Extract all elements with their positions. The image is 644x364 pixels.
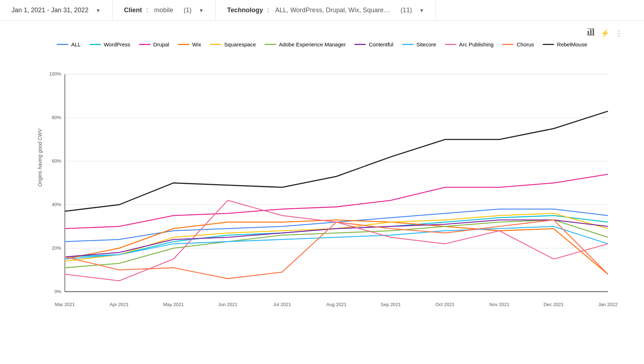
legend-label-arc-publishing: Arc Publishing [459, 41, 494, 47]
line-sitecore [65, 227, 608, 259]
client-chevron: ▼ [199, 8, 204, 13]
top-bar: Jan 1, 2021 - Jan 31, 2022 ▼ Client: mob… [0, 0, 644, 21]
legend-color-drupal [139, 44, 151, 45]
legend-label-chorus: Chorus [516, 41, 534, 47]
svg-text:60%: 60% [52, 158, 61, 164]
svg-rect-2 [593, 29, 594, 35]
line-wix [65, 220, 608, 274]
technology-filter[interactable]: Technology: ALL, WordPress, Drupal, Wix,… [216, 0, 436, 21]
technology-filter-label: Technology [227, 6, 263, 14]
legend: ALLWordPressDrupalWixSquarespaceAdobe Ex… [14, 41, 630, 47]
client-filter[interactable]: Client: mobile (1) ▼ [112, 0, 216, 21]
line-all [65, 209, 608, 242]
client-filter-label: Client [124, 6, 142, 14]
svg-text:Mar 2021: Mar 2021 [55, 302, 75, 307]
legend-item-squarespace: Squarespace [210, 41, 256, 47]
legend-color-sitecore [402, 44, 414, 45]
technology-filter-value: ALL, WordPress, Drupal, Wix, Square… [275, 6, 390, 14]
legend-label-rebelmouse: RebelMouse [557, 41, 587, 47]
legend-label-wordpress: WordPress [104, 41, 130, 47]
legend-color-contentful [354, 44, 366, 45]
svg-rect-0 [588, 31, 589, 35]
legend-color-squarespace [210, 44, 221, 45]
svg-text:80%: 80% [52, 115, 61, 120]
date-range-filter[interactable]: Jan 1, 2021 - Jan 31, 2022 ▼ [0, 0, 112, 21]
svg-rect-1 [590, 29, 592, 35]
svg-text:40%: 40% [52, 202, 61, 207]
legend-item-sitecore: Sitecore [402, 41, 436, 47]
legend-label-adobe-experience-manager: Adobe Experience Manager [279, 41, 346, 47]
svg-text:May 2021: May 2021 [163, 302, 184, 307]
svg-text:Oct 2021: Oct 2021 [436, 302, 455, 307]
legend-color-wordpress [89, 44, 101, 45]
more-options-icon[interactable]: ⋮ [615, 29, 622, 37]
svg-text:Apr 2021: Apr 2021 [110, 302, 129, 307]
legend-item-contentful: Contentful [354, 41, 393, 47]
technology-chevron: ▼ [419, 8, 424, 13]
legend-color-adobe-experience-manager [264, 44, 276, 45]
legend-label-contentful: Contentful [369, 41, 393, 47]
svg-text:Dec 2021: Dec 2021 [544, 302, 564, 307]
svg-text:Aug 2021: Aug 2021 [326, 302, 346, 307]
svg-text:0%: 0% [54, 289, 61, 294]
legend-item-wix: Wix [178, 41, 201, 47]
legend-color-wix [178, 44, 189, 45]
y-axis-title: Origins having good CWV [37, 129, 43, 187]
line-drupal [65, 174, 608, 228]
legend-label-all: ALL [71, 41, 81, 47]
legend-item-drupal: Drupal [139, 41, 169, 47]
svg-rect-3 [587, 35, 594, 36]
legend-item-arc-publishing: Arc Publishing [445, 41, 494, 47]
toolbar: ⚡ ⋮ [14, 28, 630, 38]
chart-type-icon[interactable] [587, 28, 595, 38]
chart-area: Origins having good CWV 100% 80% 60% 40%… [43, 56, 622, 311]
legend-color-rebelmouse [543, 44, 554, 45]
client-filter-count: (1) [184, 6, 192, 14]
client-filter-value: mobile [154, 6, 173, 14]
legend-color-arc-publishing [445, 44, 456, 45]
legend-item-adobe-experience-manager: Adobe Experience Manager [264, 41, 346, 47]
svg-text:Nov 2021: Nov 2021 [489, 302, 509, 307]
legend-label-sitecore: Sitecore [417, 41, 436, 47]
legend-color-all [57, 44, 68, 45]
svg-text:100%: 100% [49, 71, 61, 77]
legend-color-chorus [502, 44, 514, 45]
legend-item-rebelmouse: RebelMouse [543, 41, 587, 47]
lightning-icon[interactable]: ⚡ [601, 29, 610, 37]
svg-text:Jun 2021: Jun 2021 [218, 302, 238, 307]
svg-text:Jan 2022: Jan 2022 [598, 302, 618, 307]
legend-item-wordpress: WordPress [89, 41, 130, 47]
svg-text:Sep 2021: Sep 2021 [381, 302, 401, 307]
date-range-chevron: ▼ [96, 8, 101, 13]
svg-text:Jul 2021: Jul 2021 [273, 302, 291, 307]
legend-label-drupal: Drupal [153, 41, 169, 47]
legend-label-squarespace: Squarespace [224, 41, 256, 47]
main-chart: 100% 80% 60% 40% 20% 0% Mar 2021 Apr 202… [43, 56, 622, 310]
legend-label-wix: Wix [192, 41, 201, 47]
legend-item-all: ALL [57, 41, 81, 47]
legend-item-chorus: Chorus [502, 41, 534, 47]
technology-filter-count: (11) [400, 6, 412, 14]
svg-text:20%: 20% [52, 245, 61, 251]
chart-container: ⚡ ⋮ ALLWordPressDrupalWixSquarespaceAdob… [0, 21, 644, 318]
date-range-label: Jan 1, 2021 - Jan 31, 2022 [12, 6, 88, 14]
